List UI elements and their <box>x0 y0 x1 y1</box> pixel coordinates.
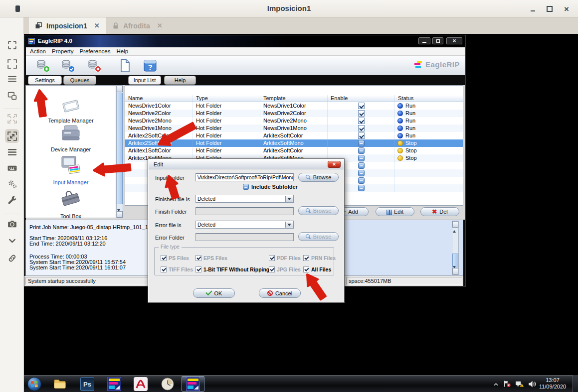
collapse-toolbar-button[interactable] <box>5 234 19 248</box>
enable-checkbox[interactable] <box>358 177 365 184</box>
dialog-titlebar[interactable]: Edit <box>149 159 344 169</box>
enable-checkbox[interactable] <box>358 170 365 176</box>
scroll-down-icon[interactable] <box>117 211 123 218</box>
table-row[interactable]: NewsDrive1MonoHot FolderNewsDrive1MonoRu… <box>125 125 463 132</box>
taskbar-clock[interactable]: 13:07 11/09/2020 <box>537 377 569 390</box>
col-name[interactable]: Name <box>125 95 193 102</box>
table-row[interactable]: Arkitex2SoftMonoHot FolderArkitexSoftMon… <box>125 139 463 147</box>
cancel-button[interactable]: Cancel <box>259 288 301 298</box>
view-options-button[interactable] <box>5 72 19 86</box>
setup-item-template-manager[interactable]: Template Manager <box>26 96 116 124</box>
tab-queues[interactable]: Queues <box>63 76 96 85</box>
minimize-button[interactable] <box>528 4 537 13</box>
input-folder-field[interactable]: \ArkitexDirector\Softproof\ToRip\Pdf\Mon… <box>195 173 294 181</box>
dropdown-arrow-icon[interactable] <box>285 222 293 228</box>
tab-afrodita[interactable]: Afrodita ✕ <box>106 17 181 34</box>
keyboard-grab-button[interactable] <box>5 161 19 175</box>
checkbox-checked-icon[interactable] <box>303 266 309 272</box>
del-button[interactable]: ✖ Del <box>420 207 459 216</box>
menu-item-property[interactable]: Property <box>52 48 73 54</box>
maximize-button[interactable] <box>545 4 554 13</box>
show-desktop-button[interactable] <box>573 375 578 392</box>
menu-item-preferences[interactable]: Preferences <box>79 48 110 54</box>
job-list-scrollbar[interactable] <box>452 221 459 275</box>
dialog-close-button[interactable]: ✕ <box>328 161 341 168</box>
fit-window-button[interactable] <box>5 38 19 52</box>
finished-file-select[interactable]: Deleted <box>195 195 294 203</box>
menu-button[interactable] <box>5 145 19 159</box>
close-tab-icon[interactable]: ✕ <box>94 22 100 29</box>
enable-checkbox[interactable] <box>358 118 365 124</box>
network-warning-icon[interactable] <box>515 380 524 388</box>
enable-checkbox[interactable] <box>358 125 365 131</box>
scroll-up-icon[interactable] <box>452 221 458 228</box>
rip-close-button[interactable]: ✕ <box>446 37 462 44</box>
volume-icon[interactable] <box>528 380 536 388</box>
show-hidden-icons-button[interactable] <box>493 381 499 387</box>
browse-input-button[interactable]: Browse <box>298 173 339 182</box>
enable-checkbox[interactable] <box>358 162 365 169</box>
tab-imposicion1[interactable]: Imposicion1 ✕ <box>29 17 106 34</box>
filetype-all-files[interactable]: All Files <box>303 266 331 272</box>
tab-input-list[interactable]: Input List <box>128 76 161 85</box>
rip-minimize-button[interactable] <box>418 37 430 44</box>
setup-item-device-manager[interactable]: Device Manager <box>26 123 116 152</box>
clock-app-button[interactable] <box>160 377 175 392</box>
table-row[interactable]: Arkitex1SoftColorHot FolderArkitexSoftCo… <box>125 147 463 154</box>
eaglerip-taskbar-button[interactable] <box>107 377 122 392</box>
dropdown-arrow-icon[interactable] <box>285 196 293 202</box>
include-subfolder-checkbox[interactable] <box>243 184 249 190</box>
acrobat-button[interactable] <box>133 377 148 392</box>
multi-monitor-button[interactable] <box>5 89 19 103</box>
disconnect-button[interactable] <box>5 251 19 265</box>
col-type[interactable]: Type <box>193 95 260 102</box>
menu-item-action[interactable]: Action <box>30 48 46 54</box>
delete-input-icon[interactable] <box>87 58 102 73</box>
enable-checkbox[interactable] <box>358 140 365 146</box>
edit-button[interactable]: Edit <box>376 207 414 216</box>
enable-checkbox[interactable] <box>358 185 365 191</box>
enable-checkbox[interactable] <box>358 110 365 117</box>
scroll-up-icon[interactable] <box>117 86 123 92</box>
close-tab-icon[interactable]: ✕ <box>157 22 163 29</box>
preferences-button[interactable] <box>5 177 19 191</box>
setup-item-input-manager[interactable]: Input Manager <box>26 154 116 185</box>
fullscreen-button[interactable] <box>5 57 19 71</box>
table-row[interactable]: NewsDrive1ColorHot FolderNewsDrive1Color… <box>125 102 463 110</box>
dynamic-resolution-button[interactable] <box>5 112 19 126</box>
ok-button[interactable]: OK <box>193 288 235 298</box>
tab-help[interactable]: Help <box>164 76 196 85</box>
eaglerip-titlebar[interactable]: EagleRIP 4.0 ✕ <box>24 35 465 47</box>
scroll-down-icon[interactable] <box>452 268 458 274</box>
table-row[interactable]: NewsDrive2ColorHot FolderNewsDrive2Color… <box>125 110 463 117</box>
col-template[interactable]: Template <box>260 95 328 102</box>
enable-checkbox[interactable] <box>358 155 365 161</box>
screenshot-button[interactable] <box>5 217 19 231</box>
scrollbar-thumb[interactable] <box>452 254 458 267</box>
col-status[interactable]: Status <box>395 95 463 102</box>
tab-settings[interactable]: Settings <box>28 76 62 85</box>
menu-item-help[interactable]: Help <box>116 48 128 54</box>
rip-maximize-button[interactable] <box>432 37 443 44</box>
enable-checkbox[interactable] <box>358 147 365 154</box>
filetype-1-bit-tiff-without-ripping[interactable]: 1-Bit TIFF Without Ripping <box>195 266 269 272</box>
scrollbar-thumb[interactable] <box>117 93 123 204</box>
setup-item-tool-box[interactable]: Tool Box <box>26 187 116 219</box>
new-document-icon[interactable] <box>118 58 133 73</box>
enable-checkbox[interactable] <box>358 132 365 139</box>
table-row[interactable]: NewsDrive2MonoHot FolderNewsDrive2MonoRu… <box>125 117 463 125</box>
scaled-mode-button[interactable] <box>5 129 19 143</box>
start-button[interactable] <box>27 377 42 392</box>
table-row[interactable]: Arkitex2SoftColorHot FolderArkitexSoftCo… <box>125 132 463 139</box>
col-enable[interactable]: Enable <box>328 95 395 102</box>
tools-button[interactable] <box>5 193 19 207</box>
setup-scrollbar[interactable] <box>116 85 123 218</box>
checkbox-checked-icon[interactable] <box>195 266 201 272</box>
enable-checkbox[interactable] <box>358 103 365 109</box>
eaglerip-active-task-button[interactable] <box>182 376 204 392</box>
close-button[interactable]: ✕ <box>562 4 571 13</box>
file-explorer-button[interactable] <box>52 377 67 392</box>
error-file-select[interactable]: Deleted <box>195 221 294 229</box>
photoshop-button[interactable]: Ps <box>80 377 95 392</box>
action-center-icon[interactable] <box>503 380 511 388</box>
